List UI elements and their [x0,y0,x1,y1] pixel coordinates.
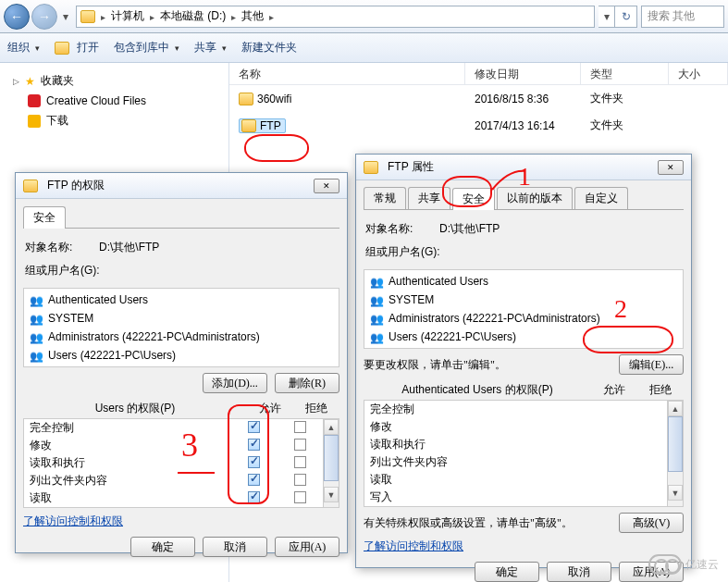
crumb-computer[interactable]: 计算机 [107,6,148,27]
ok-button[interactable]: 确定 [475,562,539,582]
forward-button[interactable]: → [31,4,57,30]
group-system[interactable]: 👥SYSTEM [26,309,337,328]
sidebar-ccfiles[interactable]: Creative Cloud Files [0,92,228,110]
file-type: 文件夹 [581,116,669,135]
cancel-button[interactable]: 取消 [203,537,267,557]
tab-share[interactable]: 共享 [408,187,450,209]
addr-dropdown[interactable]: ▾ [598,6,615,28]
perm-for-label: Authenticated Users 的权限(P) [364,380,591,400]
perm-row: 写入 [364,489,667,506]
col-allow: 允许 [591,380,637,400]
tab-security[interactable]: 安全 [23,206,66,229]
crumb-d[interactable]: 本地磁盘 (D:) [156,6,229,27]
deny-checkbox[interactable] [294,456,306,468]
file-type: 文件夹 [581,89,669,108]
add-button[interactable]: 添加(D)... [203,373,267,393]
col-date[interactable]: 修改日期 [465,63,581,84]
col-size[interactable]: 大小 [669,63,728,84]
allow-checkbox[interactable] [248,456,260,468]
tb-organize[interactable]: 组织 [7,40,40,56]
tab-general[interactable]: 常规 [364,187,406,209]
advanced-button[interactable]: 高级(V) [619,513,684,533]
perm-for-label: Users 的权限(P) [23,399,247,418]
deny-checkbox[interactable] [294,439,306,451]
group-system[interactable]: 👥SYSTEM [366,291,681,309]
adv-hint: 有关特殊权限或高级设置，请单击"高级"。 [364,515,619,531]
users-icon: 👥 [30,329,44,344]
apply-button[interactable]: 应用(A) [275,537,339,557]
perm-row: 列出文件夹内容 [24,472,323,489]
dialog-title: FTP 的权限 [47,178,105,193]
dialog-titlebar[interactable]: FTP 属性 ✕ [356,155,691,180]
file-row-360wifi[interactable]: 360wifi 2016/8/15 8:36 文件夹 [229,85,728,112]
dialog-titlebar[interactable]: FTP 的权限 ✕ [16,173,347,199]
close-button[interactable]: ✕ [314,179,339,193]
allow-checkbox[interactable] [248,421,260,433]
perm-row: 完全控制 [24,419,323,437]
back-button[interactable]: ← [4,4,30,30]
object-label: 对象名称: [365,221,439,237]
edit-button[interactable]: 编辑(E)... [619,354,684,375]
sidebar-favorites[interactable]: ▷★收藏夹 [0,70,228,92]
file-date: 2016/8/15 8:36 [465,91,581,107]
ok-button[interactable]: 确定 [130,537,195,557]
allow-checkbox[interactable] [248,474,260,486]
file-name: FTP [260,119,281,132]
tabs: 安全 [23,206,339,229]
file-name: 360wifi [257,93,291,105]
perm-row: 列出文件夹内容 [364,453,667,471]
close-button[interactable]: ✕ [658,160,684,175]
tab-custom[interactable]: 自定义 [574,187,628,209]
search-placeholder: 搜索 其他 [648,8,695,24]
groups-list[interactable]: 👥Authenticated Users 👥SYSTEM 👥Administra… [23,288,339,367]
tab-security[interactable]: 安全 [452,188,495,210]
perm-row: 读取和执行 [24,454,323,472]
group-users[interactable]: 👥Users (422221-PC\Users) [26,346,337,365]
col-name[interactable]: 名称 [229,63,465,84]
watermark-icon [648,554,682,575]
crumb-other[interactable]: 其他 [238,6,267,27]
star-icon: ★ [25,75,35,88]
group-admins[interactable]: 👥Administrators (422221-PC\Administrator… [366,309,681,328]
group-users[interactable]: 👥Users (422221-PC\Users) [366,328,681,346]
search-input[interactable]: 搜索 其他 [641,6,724,28]
col-type[interactable]: 类型 [581,63,669,84]
tb-include[interactable]: 包含到库中 [114,40,179,56]
download-icon [28,115,41,128]
allow-checkbox[interactable] [248,491,260,503]
remove-button[interactable]: 删除(R) [275,373,339,393]
group-auth-users[interactable]: 👥Authenticated Users [366,272,681,291]
users-icon: 👥 [30,348,44,363]
cc-icon [28,94,41,107]
perm-row: 读取 [24,489,323,507]
deny-checkbox[interactable] [294,474,306,486]
tab-prev[interactable]: 以前的版本 [497,187,573,209]
file-row-ftp[interactable]: FTP 2017/4/13 16:14 文件夹 [229,112,728,139]
cancel-button[interactable]: 取消 [547,562,611,582]
deny-checkbox[interactable] [294,421,306,433]
address-bar[interactable]: 计算机 本地磁盘 (D:) 其他 [76,6,595,28]
deny-checkbox[interactable] [294,491,306,503]
allow-checkbox[interactable] [248,439,260,451]
refresh-button[interactable]: ↻ [615,6,637,28]
groups-label: 组或用户名(G): [365,244,440,260]
toolbar: 组织 打开 包含到库中 共享 新建文件夹 [0,33,728,63]
scrollbar[interactable]: ▲▼ [323,419,339,507]
tb-open[interactable]: 打开 [55,40,99,56]
group-admins[interactable]: 👥Administrators (422221-PC\Administrator… [26,328,337,346]
users-icon: 👥 [370,311,385,326]
history-dropdown[interactable]: ▾ [59,7,72,26]
tb-newfolder[interactable]: 新建文件夹 [241,40,297,56]
perm-row: 修改 [24,437,323,454]
learn-link[interactable]: 了解访问控制和权限 [364,539,463,552]
learn-link[interactable]: 了解访问控制和权限 [23,514,123,527]
group-auth-users[interactable]: 👥Authenticated Users [26,291,337,309]
object-value: D:\其他\FTP [99,240,159,255]
scrollbar[interactable]: ▲▼ [667,401,683,506]
tb-share[interactable]: 共享 [194,40,227,56]
sidebar-downloads[interactable]: 下载 [0,110,228,131]
groups-list[interactable]: 👥Authenticated Users 👥SYSTEM 👥Administra… [364,269,684,349]
folder-icon [364,161,378,174]
edit-hint: 要更改权限，请单击"编辑"。 [364,357,619,373]
open-icon [55,42,69,55]
